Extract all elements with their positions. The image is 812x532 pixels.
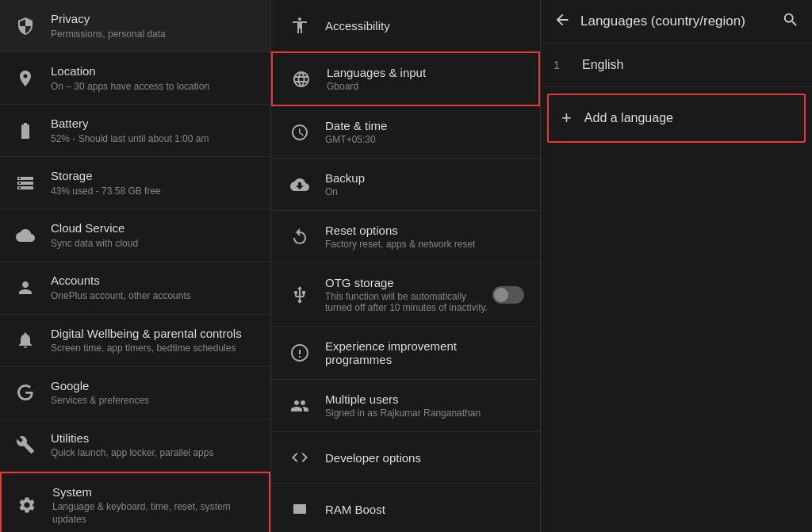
sidebar-title-privacy: Privacy (51, 11, 258, 27)
accounts-icon (13, 275, 38, 300)
menu-text-reset: Reset options Factory reset, apps & netw… (325, 224, 524, 250)
middle-panel: Accessibility Languages & input Gboard D… (271, 0, 541, 532)
users-menu-icon (287, 393, 312, 419)
ram-menu-icon (287, 496, 312, 522)
otg-toggle[interactable] (492, 286, 524, 304)
menu-subtitle-datetime: GMT+05:30 (325, 134, 524, 145)
google-icon (13, 380, 38, 405)
menu-item-accessibility[interactable]: Accessibility (271, 0, 540, 52)
sidebar-title-battery: Battery (51, 116, 258, 132)
sidebar-subtitle-accounts: OnePlus account, other accounts (51, 290, 258, 303)
menu-subtitle-otg: This function will be automatically turn… (325, 291, 492, 313)
menu-title-users: Multiple users (325, 392, 524, 406)
sidebar-title-storage: Storage (51, 168, 258, 184)
backup-menu-icon (287, 172, 312, 197)
menu-subtitle-languages: Gboard (327, 81, 523, 92)
wellbeing-icon (13, 327, 38, 353)
menu-title-ram: RAM Boost (325, 503, 524, 516)
utilities-icon (13, 432, 38, 457)
sidebar-subtitle-battery: 52% - Should last until about 1:00 am (51, 133, 258, 146)
menu-text-otg: OTG storage This function will be automa… (325, 276, 492, 313)
panel-title: Languages (country/region) (580, 13, 782, 29)
right-panel: Languages (country/region) 1 English + A… (541, 0, 812, 532)
menu-item-reset[interactable]: Reset options Factory reset, apps & netw… (271, 211, 540, 263)
back-button[interactable] (553, 11, 571, 32)
experience-menu-icon (287, 340, 312, 366)
menu-item-datetime[interactable]: Date & time GMT+05:30 (271, 106, 540, 159)
middle-settings-list: Accessibility Languages & input Gboard D… (271, 0, 540, 532)
menu-text-datetime: Date & time GMT+05:30 (325, 119, 524, 145)
language-number: 1 (553, 59, 573, 71)
language-list: 1 English (541, 44, 812, 87)
sidebar-title-wellbeing: Digital Wellbeing & parental controls (51, 326, 258, 342)
menu-text-developer: Developer options (325, 451, 524, 465)
cloud-icon (13, 223, 38, 248)
menu-item-languages[interactable]: Languages & input Gboard (271, 52, 540, 106)
menu-item-experience[interactable]: Experience improvement programmes (271, 327, 540, 380)
sidebar-title-system: System (52, 484, 256, 500)
left-settings-list: Privacy Permissions, personal data Locat… (0, 0, 270, 532)
menu-item-developer[interactable]: Developer options (271, 432, 540, 484)
sidebar-title-location: Location (51, 63, 258, 79)
plus-icon: + (561, 109, 572, 127)
sidebar-title-accounts: Accounts (51, 273, 258, 289)
sidebar-text-accounts: Accounts OnePlus account, other accounts (51, 273, 258, 302)
menu-title-reset: Reset options (325, 224, 524, 237)
sidebar-subtitle-location: On – 30 apps have access to location (51, 81, 258, 94)
menu-text-experience: Experience improvement programmes (325, 339, 524, 366)
menu-item-users[interactable]: Multiple users Signed in as Rajkumar Ran… (271, 380, 540, 432)
menu-item-otg[interactable]: OTG storage This function will be automa… (271, 263, 540, 327)
sidebar-text-battery: Battery 52% - Should last until about 1:… (51, 116, 258, 145)
sidebar-item-accounts[interactable]: Accounts OnePlus account, other accounts (0, 262, 270, 314)
sidebar-text-storage: Storage 43% used - 73.58 GB free (51, 168, 258, 197)
sidebar-subtitle-cloud: Sync data with cloud (51, 238, 258, 251)
sidebar-item-wellbeing[interactable]: Digital Wellbeing & parental controls Sc… (0, 315, 270, 367)
sidebar-item-privacy[interactable]: Privacy Permissions, personal data (0, 0, 270, 52)
sidebar-item-google[interactable]: Google Services & preferences (0, 367, 270, 419)
otg-menu-icon (287, 282, 312, 308)
sidebar-item-storage[interactable]: Storage 43% used - 73.58 GB free (0, 157, 270, 209)
system-icon (14, 492, 40, 518)
sidebar-subtitle-google: Services & preferences (51, 395, 258, 408)
search-button[interactable] (782, 11, 799, 32)
menu-title-experience: Experience improvement programmes (325, 339, 524, 366)
language-name: English (582, 58, 623, 72)
languages-menu-icon (289, 67, 314, 92)
sidebar-item-cloud[interactable]: Cloud Service Sync data with cloud (0, 209, 270, 262)
menu-title-otg: OTG storage (325, 276, 492, 289)
location-icon (13, 66, 38, 91)
storage-icon (13, 170, 38, 196)
add-language-button[interactable]: + Add a language (547, 94, 806, 143)
sidebar-item-battery[interactable]: Battery 52% - Should last until about 1:… (0, 105, 270, 157)
menu-text-ram: RAM Boost (325, 503, 524, 516)
menu-text-accessibility: Accessibility (325, 19, 524, 33)
menu-text-users: Multiple users Signed in as Rajkumar Ran… (325, 392, 524, 419)
sidebar-title-utilities: Utilities (51, 431, 258, 446)
menu-subtitle-users: Signed in as Rajkumar Ranganathan (325, 408, 524, 419)
menu-title-accessibility: Accessibility (325, 19, 524, 33)
datetime-menu-icon (287, 120, 312, 145)
right-panel-header: Languages (country/region) (541, 0, 812, 44)
menu-title-languages: Languages & input (327, 66, 523, 79)
reset-menu-icon (287, 224, 312, 250)
sidebar-item-location[interactable]: Location On – 30 apps have access to loc… (0, 52, 270, 105)
sidebar-text-privacy: Privacy Permissions, personal data (51, 11, 258, 40)
add-language-label: Add a language (584, 111, 673, 125)
sidebar-text-system: System Language & keyboard, time, reset,… (52, 484, 256, 526)
sidebar-text-location: Location On – 30 apps have access to loc… (51, 63, 258, 93)
accessibility-menu-icon (287, 13, 312, 38)
menu-title-developer: Developer options (325, 451, 524, 465)
sidebar-text-wellbeing: Digital Wellbeing & parental controls Sc… (51, 326, 258, 355)
menu-subtitle-backup: On (325, 186, 524, 197)
sidebar-subtitle-wellbeing: Screen time, app timers, bedtime schedul… (51, 343, 258, 355)
sidebar-item-utilities[interactable]: Utilities Quick launch, app locker, para… (0, 419, 270, 472)
menu-item-ram[interactable]: RAM Boost (271, 484, 540, 532)
sidebar-text-utilities: Utilities Quick launch, app locker, para… (51, 431, 258, 460)
sidebar-item-system[interactable]: System Language & keyboard, time, reset,… (0, 472, 270, 532)
sidebar-subtitle-storage: 43% used - 73.58 GB free (51, 186, 258, 198)
menu-item-backup[interactable]: Backup On (271, 159, 540, 211)
battery-icon (13, 118, 38, 144)
menu-text-languages: Languages & input Gboard (327, 66, 523, 92)
sidebar-title-cloud: Cloud Service (51, 220, 258, 236)
sidebar-text-cloud: Cloud Service Sync data with cloud (51, 220, 258, 250)
